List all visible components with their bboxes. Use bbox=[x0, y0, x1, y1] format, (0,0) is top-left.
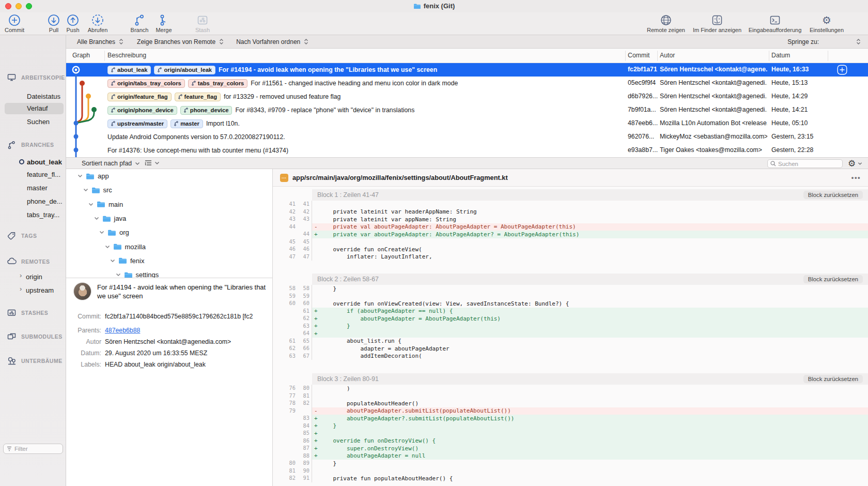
branch-badge[interactable]: origin/phone_device bbox=[107, 106, 177, 115]
add-branch-button[interactable] bbox=[837, 65, 847, 75]
chevron-down-icon[interactable] bbox=[110, 259, 115, 263]
sidebar-remote-origin[interactable]: › origin bbox=[0, 271, 66, 282]
commit-message: For #14194 - avoid leak when opening the… bbox=[219, 66, 437, 73]
branch-badge[interactable]: origin/feature_flag bbox=[107, 93, 172, 101]
line-number-new: 45 bbox=[296, 238, 309, 246]
tree-item-org[interactable]: org bbox=[66, 225, 272, 239]
sidebar-branch-feature_fl[interactable]: feature_fl... bbox=[0, 169, 66, 180]
sidebar-filter-input[interactable] bbox=[14, 446, 56, 452]
chevron-down-icon[interactable] bbox=[94, 217, 99, 220]
chevron-down-icon[interactable] bbox=[83, 188, 88, 192]
updown-chevron-icon bbox=[119, 39, 123, 44]
branch-badge[interactable]: feature_flag bbox=[175, 93, 221, 101]
sidebar-branch-about_leak[interactable]: about_leak bbox=[0, 156, 66, 168]
tree-item-label: fenix bbox=[130, 257, 144, 265]
section-tags[interactable]: TAGS bbox=[0, 230, 66, 241]
section-branches[interactable]: BRANCHES bbox=[0, 139, 66, 150]
commit-description: origin/phone_devicephone_deviceFor #8343… bbox=[107, 103, 624, 117]
column-description[interactable]: Beschreibung bbox=[107, 52, 146, 59]
parent-commit-link[interactable]: 487eeb6b88 bbox=[105, 327, 140, 334]
sidebar-filter-field[interactable] bbox=[3, 444, 63, 454]
section-submodules[interactable]: SUBMODULES bbox=[0, 331, 66, 342]
diff-marker: + bbox=[314, 437, 319, 444]
code-text: super.onDestroyView() bbox=[319, 445, 419, 452]
stash-box-icon bbox=[7, 309, 16, 316]
sort-dropdown[interactable]: Sortiert nach pfad bbox=[82, 160, 140, 167]
diff-options-dropdown[interactable]: ⚙ bbox=[848, 158, 862, 170]
view-options-dropdown[interactable] bbox=[145, 160, 160, 166]
tree-item-mozilla[interactable]: mozilla bbox=[66, 239, 272, 253]
diff-line: 44+ private var aboutPageAdapter: AboutP… bbox=[273, 231, 868, 238]
line-number-new: 60 bbox=[296, 300, 309, 308]
tree-item-app[interactable]: app bbox=[66, 169, 272, 183]
sidebar-branch-master[interactable]: master bbox=[0, 182, 66, 193]
show-in-finder-button[interactable]: Im Finder anzeigen bbox=[686, 13, 748, 33]
tree-item-src[interactable]: src bbox=[66, 183, 272, 197]
diff-line: 6165 about_list.run { bbox=[273, 338, 868, 345]
tree-item-java[interactable]: java bbox=[66, 211, 272, 225]
branch-scope-select[interactable]: Alle Branches bbox=[77, 38, 123, 45]
chevron-down-icon[interactable] bbox=[116, 273, 121, 277]
section-remotes[interactable]: REMOTES bbox=[0, 256, 66, 267]
settings-button[interactable]: ⚙ Einstellungen bbox=[796, 13, 858, 33]
more-menu-icon[interactable]: ••• bbox=[851, 174, 861, 181]
branch-badge[interactable]: upstream/master bbox=[107, 119, 167, 128]
branch-badge[interactable]: master bbox=[171, 119, 203, 128]
chevron-down-icon[interactable] bbox=[99, 231, 104, 234]
column-graph[interactable]: Graph bbox=[72, 52, 90, 59]
commit-row[interactable]: about_leakorigin/about_leakFor #14194 - … bbox=[66, 63, 868, 77]
commit-row[interactable]: Update Android Components version to 57.… bbox=[66, 130, 868, 144]
block-reset-button[interactable]: Block zurücksetzen bbox=[803, 375, 863, 383]
chevron-down-icon[interactable] bbox=[88, 203, 94, 206]
branch-icon bbox=[111, 121, 115, 126]
tree-item-label: src bbox=[103, 186, 112, 194]
block-reset-button[interactable]: Block zurücksetzen bbox=[803, 275, 863, 283]
section-workspace[interactable]: ARBEITSKOPIE bbox=[0, 72, 66, 83]
sidebar-item-search[interactable]: Suchen bbox=[0, 116, 66, 127]
chevron-down-icon bbox=[135, 162, 140, 165]
branch-badge[interactable]: origin/tabs_tray_colors bbox=[107, 79, 185, 88]
line-number-new: 82 bbox=[296, 400, 309, 407]
commit-row[interactable]: origin/phone_devicephone_deviceFor #8343… bbox=[66, 103, 868, 117]
commit-row[interactable]: For #14376: Use concept-menu with tab co… bbox=[66, 144, 868, 157]
sidebar-remote-upstream[interactable]: › upstream bbox=[0, 284, 66, 296]
tree-item-fenix[interactable]: fenix bbox=[66, 254, 272, 268]
tree-item-main[interactable]: main bbox=[66, 198, 272, 211]
remote-scope-select[interactable]: Zeige Branches von Remote bbox=[137, 38, 224, 45]
chevron-down-icon[interactable] bbox=[105, 245, 110, 249]
order-select[interactable]: Nach Vorfahren ordnen bbox=[236, 38, 308, 45]
line-number-new: 62 bbox=[296, 315, 309, 323]
chevron-down-icon[interactable] bbox=[78, 174, 83, 178]
diff-line: 5858 } bbox=[273, 285, 868, 293]
line-number-old bbox=[273, 445, 296, 452]
branch-badge[interactable]: about_leak bbox=[107, 66, 151, 74]
commit-row[interactable]: origin/tabs_tray_colorstabs_tray_colorsF… bbox=[66, 77, 868, 90]
diff-search-field[interactable] bbox=[767, 159, 843, 168]
commit-row[interactable]: upstream/mastermasterImport l10n.487eeb6… bbox=[66, 117, 868, 130]
sidebar-branch-tabs_tray[interactable]: tabs_tray... bbox=[0, 209, 66, 220]
line-number-old: 78 bbox=[273, 400, 296, 407]
commit-row[interactable]: origin/feature_flagfeature_flagfor #1332… bbox=[66, 90, 868, 103]
branch-badge[interactable]: tabs_tray_colors bbox=[188, 79, 248, 88]
line-number-old: 59 bbox=[273, 293, 296, 300]
sidebar-branch-phone_de[interactable]: phone_de... bbox=[0, 195, 66, 207]
tree-item-label: app bbox=[98, 172, 109, 180]
column-date[interactable]: Datum bbox=[771, 52, 790, 59]
commit-hash: e93a8b7... bbox=[628, 146, 658, 154]
column-commit[interactable]: Commit bbox=[628, 52, 649, 59]
branch-badge[interactable]: origin/about_leak bbox=[154, 66, 215, 74]
code-text: private val aboutPageAdapter: AboutPageA… bbox=[319, 223, 576, 230]
detail-field-label: Commit: bbox=[73, 313, 101, 320]
column-author[interactable]: Autor bbox=[660, 52, 675, 59]
line-number-old bbox=[273, 308, 296, 315]
section-subtrees[interactable]: UNTERBÄUME bbox=[0, 355, 66, 367]
line-number-new: 42 bbox=[296, 208, 309, 216]
branch-badge[interactable]: phone_device bbox=[180, 106, 233, 115]
block-reset-button[interactable]: Block zurücksetzen bbox=[803, 191, 863, 199]
sidebar-item-history[interactable]: Verlauf bbox=[0, 103, 66, 114]
section-stashes[interactable]: STASHES bbox=[0, 307, 66, 318]
diff-search-input[interactable] bbox=[778, 161, 835, 167]
jump-to-select[interactable]: Springe zu: bbox=[787, 38, 861, 45]
tree-item-settings[interactable]: settings bbox=[66, 268, 272, 278]
sidebar-item-file-status[interactable]: Dateistatus bbox=[0, 90, 66, 102]
